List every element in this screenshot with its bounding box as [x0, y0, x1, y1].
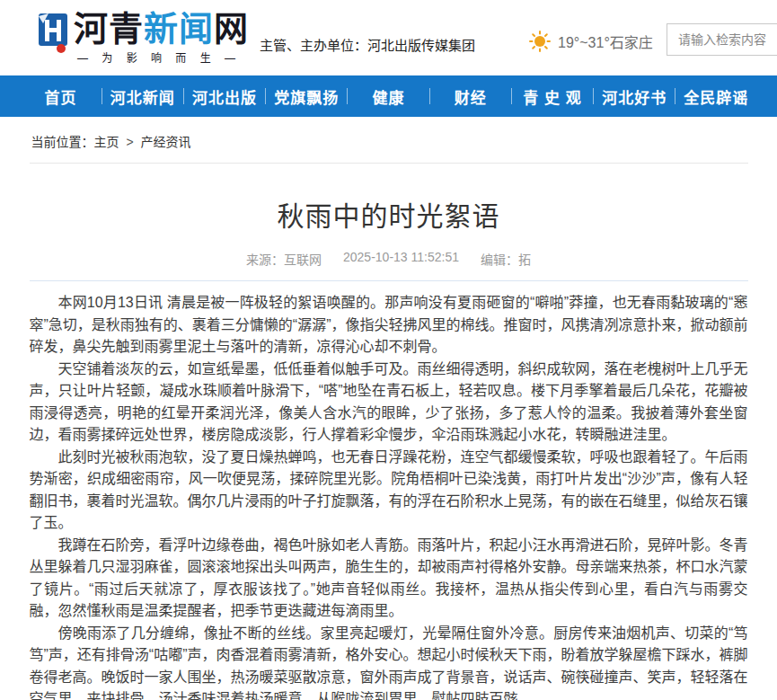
article-paragraph: 本网10月13日讯 清晨是被一阵极轻的絮语唤醒的。那声响没有夏雨砸窗的“噼啪”莽… [30, 292, 748, 359]
nav-item-home[interactable]: 首页 [21, 85, 102, 108]
logo-text-part3: 网 [214, 10, 249, 48]
page: 河青新闻网 — 为 影 响 而 生 — 主管、主办单位：河北出版传媒集团 [0, 0, 777, 700]
weather-text: 19°~31°石家庄 [558, 31, 653, 52]
breadcrumb-home-link[interactable]: 主页 [94, 135, 119, 149]
article-datetime: 2025-10-13 11:52:51 [343, 250, 459, 268]
breadcrumb: 当前位置：主页 > 产经资讯 [30, 117, 748, 164]
nav-item-finance[interactable]: 财经 [430, 85, 511, 108]
logo-tagline: — 为 影 响 而 生 — [74, 49, 249, 65]
sun-icon [529, 31, 551, 52]
nav-item-hebei-publishing[interactable]: 河北出版 [184, 85, 265, 108]
nav-item-party-flag[interactable]: 党旗飘扬 [266, 85, 347, 108]
article-page: 秋雨中的时光絮语 来源：互联网 2025-10-13 11:52:51 编辑：拓… [30, 194, 748, 700]
article-source: 来源：互联网 [246, 250, 322, 268]
site-header: 河青新闻网 — 为 影 响 而 生 — 主管、主办单位：河北出版传媒集团 [0, 0, 777, 75]
meta-divider [30, 280, 748, 281]
nav-item-hebei-books[interactable]: 河北好书 [594, 85, 675, 108]
breadcrumb-bar: 当前位置：主页 > 产经资讯 [0, 117, 777, 164]
logo-text-part1: 河青 [74, 10, 144, 48]
breadcrumb-separator: > [126, 135, 133, 149]
article-title: 秋雨中的时光絮语 [30, 194, 748, 234]
article-paragraph: 天空铺着淡灰的云，如宣纸晕墨，低低垂着似触手可及。雨丝细得透明，斜织成软网，落在… [30, 359, 748, 447]
breadcrumb-label: 当前位置： [31, 135, 94, 149]
article-paragraph: 此刻时光被秋雨泡软，没了夏日燥热蝉鸣，也无春日浮躁花粉，连空气都缓慢柔软，呼吸也… [30, 447, 748, 535]
logo-text-part2: 新闻 [144, 10, 214, 48]
breadcrumb-current-link[interactable]: 产经资讯 [140, 135, 190, 149]
nav-item-hebei-news[interactable]: 河北新闻 [102, 85, 183, 108]
article-meta: 来源：互联网 2025-10-13 11:52:51 编辑：拓 [30, 250, 748, 268]
nav-item-health[interactable]: 健康 [348, 85, 428, 108]
article-paragraph: 傍晚雨添了几分缠绵，像扯不断的丝线。家里亮起暖灯，光晕隔住窗外冷意。厨房传来油烟… [30, 623, 748, 700]
nav-item-rumor-refutation[interactable]: 全民辟谣 [675, 85, 756, 108]
logo-text: 河青新闻网 [74, 11, 249, 47]
article-body: 本网10月13日讯 清晨是被一阵极轻的絮语唤醒的。那声响没有夏雨砸窗的“噼啪”莽… [30, 292, 748, 700]
article-paragraph: 我蹲在石阶旁，看浮叶边缘卷曲，褐色叶脉如老人青筋。雨落叶片，积起小汪水再滑进石阶… [30, 535, 748, 623]
weather-widget: 19°~31°石家庄 [529, 31, 653, 52]
logo-emblem-icon [36, 13, 70, 58]
search-input[interactable] [667, 23, 777, 56]
sponsor-text: 主管、主办单位：河北出版传媒集团 [260, 35, 475, 54]
nav-item-history-view[interactable]: 青 史 观 [512, 85, 593, 108]
article-editor: 编辑：拓 [481, 250, 531, 268]
main-nav: 首页 河北新闻 河北出版 党旗飘扬 健康 财经 青 史 观 河北好书 全民辟谣 [0, 75, 777, 117]
site-logo[interactable]: 河青新闻网 — 为 影 响 而 生 — [36, 11, 249, 65]
